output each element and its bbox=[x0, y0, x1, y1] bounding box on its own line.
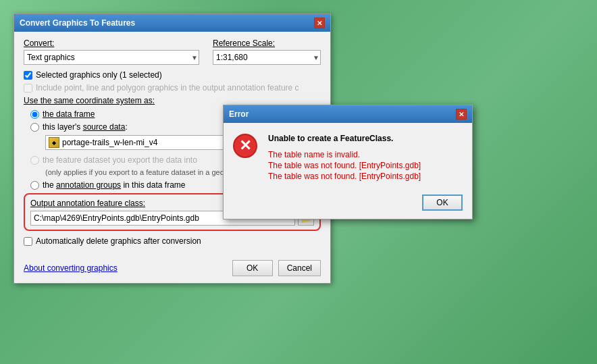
cancel-button[interactable]: Cancel bbox=[278, 260, 321, 276]
selected-graphics-row: Selected graphics only (1 selected) bbox=[24, 70, 321, 80]
source-icon: ◆ bbox=[49, 137, 59, 148]
coordinate-system-label: Use the same coordinate system as: bbox=[24, 96, 321, 105]
error-icon-container: ✕ bbox=[233, 134, 260, 161]
reference-scale-label: Reference Scale: bbox=[213, 38, 321, 48]
source-data-value: portage-trails_w-len-mi_v4 bbox=[62, 138, 157, 147]
auto-delete-row: Automatically delete graphics after conv… bbox=[24, 236, 321, 246]
error-main-message: Unable to create a FeatureClass. bbox=[268, 134, 463, 143]
radio-feature-dataset[interactable] bbox=[30, 156, 39, 165]
error-detail-line2: The table was not found. [EntryPoints.gd… bbox=[268, 161, 463, 170]
main-dialog-footer: About converting graphics OK Cancel bbox=[14, 256, 330, 283]
selected-graphics-checkbox[interactable] bbox=[24, 71, 32, 80]
reference-scale-select[interactable]: 1:31,680 1:10,000 1:50,000 bbox=[213, 50, 321, 65]
error-x-icon: ✕ bbox=[233, 134, 257, 158]
error-dialog-footer: OK bbox=[224, 189, 472, 219]
error-dialog-body: ✕ Unable to create a FeatureClass. The t… bbox=[224, 123, 472, 189]
radio-source-data-label: this layer's source data: bbox=[43, 122, 128, 132]
main-dialog-titlebar: Convert Graphics To Features ✕ bbox=[14, 14, 330, 32]
auto-delete-label: Automatically delete graphics after conv… bbox=[36, 236, 201, 246]
radio-data-frame-label: the data frame bbox=[43, 109, 95, 119]
radio-annotation-groups[interactable] bbox=[30, 181, 39, 190]
help-link[interactable]: About converting graphics bbox=[24, 263, 118, 273]
error-detail-line1: The table name is invalid. bbox=[268, 150, 463, 159]
main-dialog-close-button[interactable]: ✕ bbox=[314, 18, 325, 28]
include-graphics-row: Include point, line and polygon graphics… bbox=[24, 83, 321, 93]
include-graphics-label: Include point, line and polygon graphics… bbox=[36, 83, 299, 93]
radio-source-data[interactable] bbox=[30, 123, 39, 132]
convert-select-wrapper: Text graphics Point graphics Line graphi… bbox=[24, 50, 199, 65]
auto-delete-checkbox[interactable] bbox=[24, 237, 32, 246]
error-dialog: Error ✕ ✕ Unable to create a FeatureClas… bbox=[223, 105, 473, 219]
radio-annotation-groups-label: the annotation groups in this data frame bbox=[43, 180, 185, 190]
radio-feature-dataset-label: the feature dataset you export the data … bbox=[43, 155, 197, 165]
include-graphics-checkbox[interactable] bbox=[24, 84, 32, 93]
convert-label: Convert: bbox=[24, 38, 199, 48]
error-ok-button[interactable]: OK bbox=[422, 194, 463, 211]
ok-button[interactable]: OK bbox=[232, 260, 273, 276]
error-detail-line3: The table was not found. [EntryPoints.gd… bbox=[268, 172, 463, 181]
reference-scale-select-wrapper: 1:31,680 1:10,000 1:50,000 ▼ bbox=[213, 50, 321, 65]
radio-data-frame[interactable] bbox=[30, 110, 39, 119]
selected-graphics-label: Selected graphics only (1 selected) bbox=[36, 70, 162, 80]
reference-scale-col: Reference Scale: 1:31,680 1:10,000 1:50,… bbox=[213, 38, 321, 65]
error-text-block: Unable to create a FeatureClass. The tab… bbox=[268, 134, 463, 182]
convert-reference-row: Convert: Text graphics Point graphics Li… bbox=[24, 38, 321, 65]
button-group: OK Cancel bbox=[232, 260, 321, 276]
convert-col: Convert: Text graphics Point graphics Li… bbox=[24, 38, 199, 65]
error-dialog-title: Error bbox=[229, 109, 249, 119]
convert-select[interactable]: Text graphics Point graphics Line graphi… bbox=[24, 50, 199, 65]
error-dialog-titlebar: Error ✕ bbox=[224, 105, 472, 123]
main-dialog-title: Convert Graphics To Features bbox=[20, 18, 135, 28]
error-dialog-close-button[interactable]: ✕ bbox=[456, 109, 467, 120]
